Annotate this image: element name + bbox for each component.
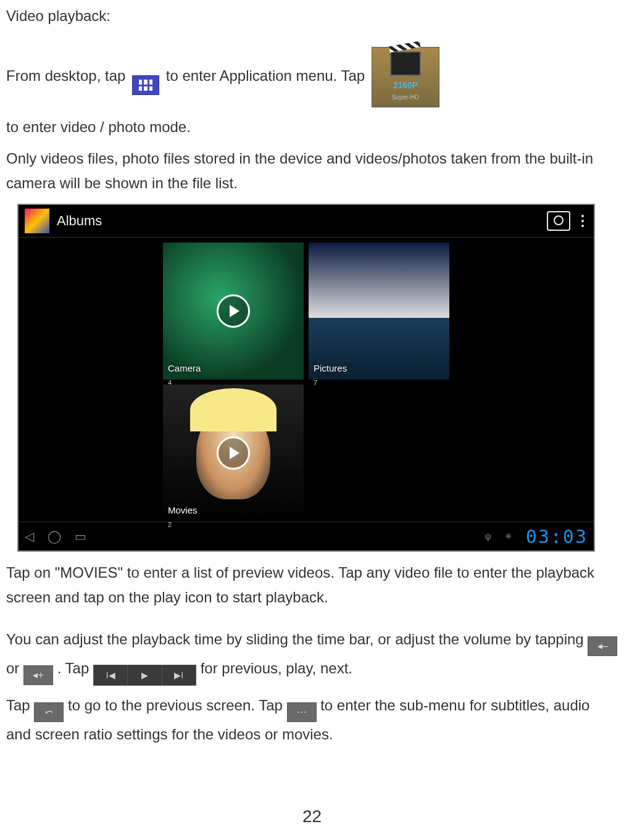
album-label: Movies	[168, 503, 198, 518]
albums-title: Albums	[57, 210, 102, 232]
album-label: Camera	[168, 361, 201, 376]
paragraph-controls-1: You can adjust the playback time by slid…	[6, 627, 618, 686]
volume-down-icon: ◂–	[588, 636, 617, 656]
intro-paragraph-1: From desktop, tap to enter Application m…	[6, 47, 618, 107]
album-count: 7	[314, 377, 317, 388]
text: . Tap	[57, 660, 93, 676]
text: to enter Application menu. Tap	[166, 67, 365, 84]
paragraph-movies: Tap on "MOVIES" to enter a list of previ…	[6, 560, 618, 609]
home-icon[interactable]: ◯	[48, 526, 61, 547]
screenshot-navbar: ◁ ◯ ▭ ψ ✳ 03:03	[19, 522, 594, 551]
paragraph-controls-2: Tap ⤺ to go to the previous screen. Tap …	[6, 693, 618, 747]
text: From desktop, tap	[6, 67, 130, 84]
album-tile-movies[interactable]: Movies 2	[163, 385, 304, 522]
album-tile-pictures[interactable]: Pictures 7	[309, 243, 449, 380]
intro-paragraph-1b: to enter video / photo mode.	[6, 115, 618, 139]
gallery-app-icon	[25, 209, 49, 233]
overflow-menu-icon[interactable]	[578, 211, 588, 231]
text: You can adjust the playback time by slid…	[6, 631, 588, 647]
superhd-app-icon: 2160P Super-HD	[372, 47, 439, 107]
gallery-screenshot: Albums Camera 4 Movies 2 Pictures 7	[17, 204, 595, 552]
status-clock: 03:03	[526, 522, 588, 552]
icon-label-sub: Super-HD	[392, 93, 419, 103]
albums-grid: Camera 4 Movies 2 Pictures 7	[19, 238, 594, 522]
play-icon	[217, 436, 250, 470]
screenshot-header: Albums	[19, 205, 594, 238]
camera-icon[interactable]	[547, 211, 570, 231]
icon-label-res: 2160P	[393, 78, 418, 93]
section-title: Video playback:	[6, 4, 618, 28]
volume-up-icon: ◂+	[23, 665, 53, 685]
usb-icon: ψ	[485, 530, 491, 544]
back-button-icon: ⤺	[34, 702, 64, 722]
text: or	[6, 660, 23, 676]
intro-paragraph-2: Only videos files, photo files stored in…	[6, 146, 618, 195]
text: to go to the previous screen. Tap	[68, 697, 286, 713]
apps-grid-icon	[132, 75, 159, 95]
text: for previous, play, next.	[201, 660, 352, 676]
android-icon: ✳	[505, 530, 512, 544]
submenu-button-icon: ⋯	[287, 702, 317, 722]
page-number: 22	[6, 802, 618, 831]
play-icon	[217, 294, 250, 328]
album-count: 2	[168, 519, 172, 530]
prev-play-next-icon: I◀▶▶I	[93, 665, 196, 686]
album-label: Pictures	[314, 361, 347, 376]
back-icon[interactable]: ◁	[25, 526, 34, 547]
text: Tap	[6, 697, 34, 713]
album-tile-camera[interactable]: Camera 4	[163, 243, 304, 380]
recent-apps-icon[interactable]: ▭	[75, 526, 86, 547]
